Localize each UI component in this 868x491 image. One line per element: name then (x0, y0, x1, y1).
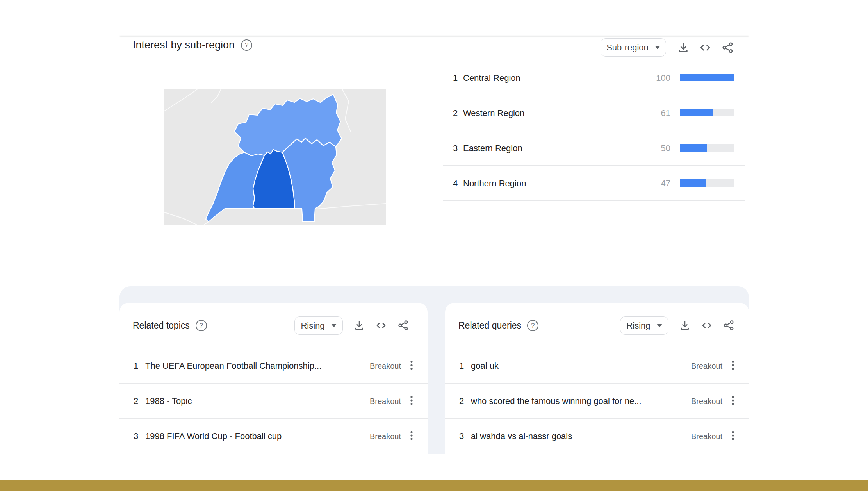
chevron-down-icon (657, 324, 662, 327)
region-rank: 3 (453, 143, 458, 154)
region-row-eastern[interactable]: 3 Eastern Region 50 (443, 130, 745, 166)
rising-dropdown[interactable]: Rising (294, 316, 343, 335)
row-label: 1988 - Topic (145, 396, 192, 406)
related-query-row[interactable]: 1 goal uk Breakout (445, 348, 749, 384)
region-value: 47 (661, 179, 670, 189)
region-bar-track (680, 179, 734, 187)
region-bar-fill (680, 144, 707, 152)
download-icon[interactable] (676, 40, 691, 55)
row-label: who scored the famous winning goal for n… (471, 396, 642, 406)
row-rank: 1 (134, 361, 138, 371)
embed-code-icon[interactable] (699, 318, 715, 333)
region-row-western[interactable]: 2 Western Region 61 (443, 95, 745, 130)
embed-code-icon[interactable] (697, 40, 713, 55)
more-options-icon[interactable] (727, 430, 739, 443)
region-value: 100 (656, 73, 670, 83)
row-rank: 1 (459, 361, 464, 371)
footer-gold-bar (0, 480, 868, 491)
section-top-divider (120, 36, 749, 36)
region-bar-fill (680, 109, 713, 116)
related-topics-list: 1 The UEFA European Football Championshi… (119, 348, 428, 454)
region-name: Western Region (463, 108, 524, 118)
breakout-badge: Breakout (370, 362, 401, 371)
more-options-icon[interactable] (727, 359, 739, 373)
related-topics-card: Related topics ? Rising 1 The UEFA Europ… (119, 303, 428, 491)
row-label: 1998 FIFA World Cup - Football cup (145, 431, 282, 441)
region-bar-track (680, 74, 734, 81)
breakout-badge: Breakout (691, 432, 722, 441)
rising-dropdown[interactable]: Rising (620, 316, 668, 335)
card-title: Related topics (133, 320, 190, 331)
help-circle-icon[interactable]: ? (196, 320, 207, 331)
related-topic-row[interactable]: 2 1988 - Topic Breakout (119, 384, 428, 419)
more-options-icon[interactable] (406, 430, 417, 443)
rising-dropdown-value: Rising (301, 321, 324, 331)
help-circle-icon[interactable]: ? (527, 320, 538, 331)
more-options-icon[interactable] (406, 395, 417, 408)
region-name: Northern Region (463, 179, 526, 189)
row-label: The UEFA European Football Championship.… (145, 361, 321, 371)
more-options-icon[interactable] (727, 395, 739, 408)
region-bar-fill (680, 74, 734, 81)
region-bar-fill (680, 179, 706, 187)
related-queries-card: Related queries ? Rising 1 goal uk Break… (445, 303, 749, 491)
region-rank: 1 (453, 73, 458, 83)
chevron-down-icon (331, 324, 337, 327)
region-rank-list: 1 Central Region 100 2 Western Region 61… (443, 60, 745, 201)
related-queries-header: Related queries ? (458, 320, 538, 331)
chevron-down-icon (655, 46, 660, 49)
row-label: al wahda vs al-nassr goals (471, 431, 572, 441)
breakout-badge: Breakout (370, 397, 401, 406)
breakout-badge: Breakout (691, 397, 722, 406)
page-title: Interest by sub-region (133, 39, 235, 51)
rising-dropdown-value: Rising (626, 321, 650, 331)
region-value: 61 (661, 108, 670, 118)
region-name: Central Region (463, 73, 520, 83)
help-circle-icon[interactable]: ? (241, 39, 252, 51)
region-rank: 2 (453, 108, 458, 118)
region-value: 50 (661, 143, 670, 154)
embed-code-icon[interactable] (373, 318, 389, 333)
row-rank: 3 (459, 431, 464, 441)
region-bar-track (680, 144, 734, 152)
related-topics-header: Related topics ? (133, 320, 207, 331)
breakout-badge: Breakout (370, 432, 401, 441)
share-icon[interactable] (721, 318, 737, 333)
related-queries-list: 1 goal uk Breakout 2 who scored the famo… (445, 348, 749, 454)
row-label: goal uk (471, 361, 499, 371)
share-icon[interactable] (720, 40, 736, 55)
region-row-central[interactable]: 1 Central Region 100 (443, 60, 745, 95)
interest-section-header: Interest by sub-region ? (133, 39, 252, 51)
related-query-row[interactable]: 3 al wahda vs al-nassr goals Breakout (445, 419, 749, 454)
download-icon[interactable] (677, 318, 693, 333)
region-row-northern[interactable]: 4 Northern Region 47 (443, 166, 745, 201)
related-topic-row[interactable]: 1 The UEFA European Football Championshi… (119, 348, 428, 384)
card-title: Related queries (458, 320, 521, 331)
breakout-badge: Breakout (691, 362, 722, 371)
sub-region-dropdown-value: Sub-region (606, 43, 649, 53)
row-rank: 3 (134, 431, 138, 441)
sub-region-dropdown[interactable]: Sub-region (601, 38, 666, 57)
row-rank: 2 (459, 396, 464, 406)
row-rank: 2 (134, 396, 138, 406)
related-topic-row[interactable]: 3 1998 FIFA World Cup - Football cup Bre… (119, 419, 428, 454)
more-options-icon[interactable] (406, 359, 417, 373)
sub-region-map[interactable] (164, 89, 386, 225)
download-icon[interactable] (351, 318, 367, 333)
region-name: Eastern Region (463, 143, 522, 154)
related-query-row[interactable]: 2 who scored the famous winning goal for… (445, 384, 749, 419)
region-bar-track (680, 109, 734, 116)
region-rank: 4 (453, 179, 458, 189)
share-icon[interactable] (396, 318, 411, 333)
